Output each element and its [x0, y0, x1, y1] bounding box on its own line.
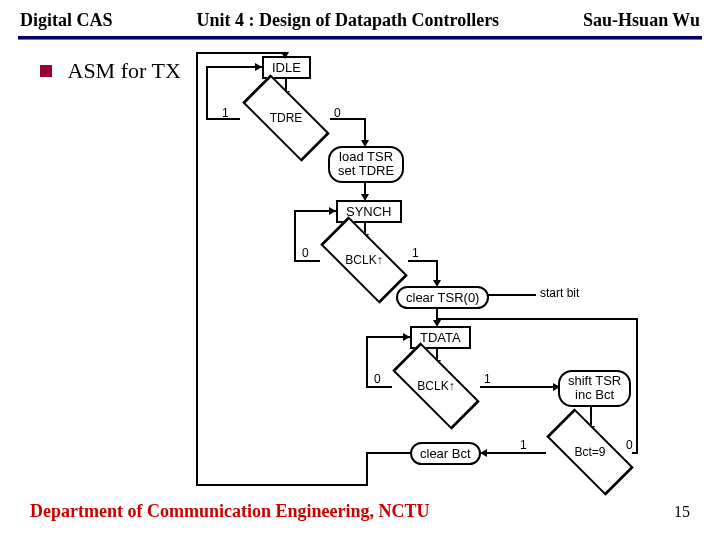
unit-title: Unit 4 : Design of Datapath Controllers — [113, 10, 584, 31]
bullet-marker — [40, 65, 52, 77]
bullet-item: ASM for TX — [40, 56, 181, 84]
act-shift-tsr: shift TSRinc Bct — [558, 370, 631, 407]
page-number: 15 — [674, 503, 690, 521]
act-load-tsr: load TSRset TDRE — [328, 146, 404, 183]
author-name: Sau-Hsuan Wu — [583, 10, 700, 31]
department-footer: Department of Communication Engineering,… — [30, 501, 429, 522]
header-rule — [18, 36, 702, 40]
annot-start-bit: start bit — [540, 286, 579, 300]
dec-bclk2: BCLK↑ — [406, 366, 466, 406]
dec-bct9: Bct=9 — [560, 432, 620, 472]
act-clear-tsr0: clear TSR(0) — [396, 286, 489, 309]
dec-tdre: TDRE — [256, 98, 316, 138]
bullet-text: ASM for TX — [68, 58, 181, 83]
course-code: Digital CAS — [20, 10, 113, 31]
dec-bclk1: BCLK↑ — [334, 240, 394, 280]
act-clear-bct: clear Bct — [410, 442, 481, 465]
asm-diagram: IDLE TDRE 1 0 load TSRset TDRE SYNCH BCL… — [200, 50, 640, 500]
